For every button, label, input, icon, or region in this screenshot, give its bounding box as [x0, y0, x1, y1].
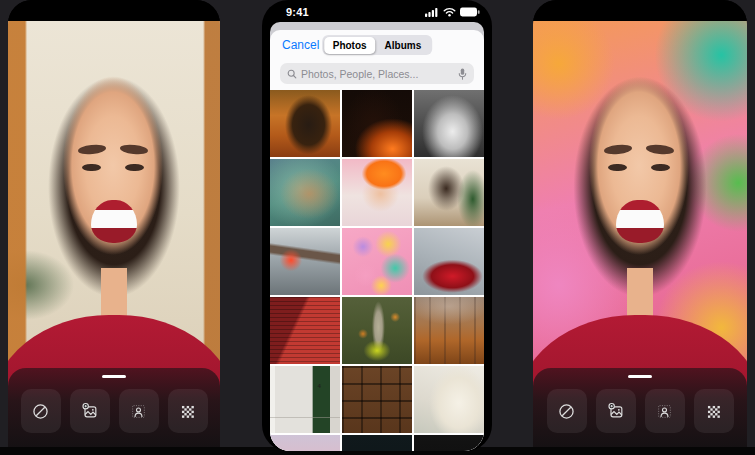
door-number-label: 4 — [318, 383, 321, 389]
white-window-green-door[interactable]: 4 — [270, 366, 340, 433]
red-corrugated-wall[interactable] — [270, 297, 340, 364]
cellular-signal-icon — [425, 7, 439, 17]
knit-blanket-chair[interactable] — [414, 366, 484, 433]
search-field[interactable]: Photos, People, Places... — [280, 63, 474, 84]
phone-right — [533, 0, 747, 447]
checkerboard-icon — [178, 402, 197, 421]
mockup-canvas: 9:41 — [0, 0, 755, 455]
dark-frame-partial[interactable] — [414, 435, 484, 451]
effects-toolbar — [8, 368, 220, 447]
letterpress-cabinet[interactable] — [342, 366, 412, 433]
status-time: 9:41 — [286, 6, 309, 18]
effects-toolbar-buttons — [533, 389, 747, 433]
photo-background-button[interactable] — [596, 389, 636, 433]
effects-toolbar — [533, 368, 747, 447]
microphone-icon[interactable] — [458, 68, 467, 80]
photo-add-icon — [80, 401, 100, 421]
photos-albums-segmented-control: Photos Albums — [322, 35, 432, 55]
firelight-silhouette[interactable] — [342, 90, 412, 157]
girl-orange-beanie[interactable] — [342, 159, 412, 226]
pattern-background-button[interactable] — [168, 389, 208, 433]
cancel-button[interactable]: Cancel — [282, 38, 319, 52]
portrait-smile — [91, 200, 138, 243]
portrait-neck — [627, 268, 653, 319]
photo-background-button[interactable] — [70, 389, 110, 433]
search-icon — [287, 69, 297, 79]
person-segmentation-icon — [129, 402, 148, 421]
pastel-balloons[interactable] — [342, 228, 412, 295]
status-icons — [425, 7, 480, 17]
search-placeholder: Photos, People, Places... — [301, 68, 458, 80]
battery-icon — [460, 7, 480, 17]
slash-circle-icon — [31, 402, 50, 421]
person-cutout-button[interactable] — [645, 389, 685, 433]
dachshund-autumn-leaves[interactable] — [270, 90, 340, 157]
status-bar-area — [8, 0, 220, 21]
person-segmentation-icon — [655, 402, 674, 421]
slash-circle-icon — [557, 402, 576, 421]
portrait-smile — [616, 200, 663, 243]
wifi-icon — [443, 7, 456, 17]
aerial-forest-road[interactable] — [342, 297, 412, 364]
phone-middle: 9:41 — [262, 0, 492, 451]
photo-picker-sheet: Cancel Photos Albums Photos, People, Pla… — [270, 30, 484, 451]
wedding-bride-bw[interactable] — [414, 90, 484, 157]
pink-sunset-partial[interactable] — [270, 435, 340, 451]
photo-grid: 4 — [270, 90, 484, 451]
sheet-drag-handle[interactable] — [628, 375, 652, 378]
no-background-button[interactable] — [21, 389, 61, 433]
portrait-eye — [125, 164, 144, 172]
status-bar-area — [533, 0, 747, 21]
red-motorcycle[interactable] — [414, 228, 484, 295]
autumn-leaves-path[interactable] — [414, 297, 484, 364]
street-traffic-lights[interactable] — [270, 228, 340, 295]
no-background-button[interactable] — [547, 389, 587, 433]
dark-cabinet-partial[interactable] — [342, 435, 412, 451]
blurred-globe[interactable] — [270, 159, 340, 226]
effects-toolbar-buttons — [8, 389, 220, 433]
christmas-living-room[interactable] — [414, 159, 484, 226]
tab-albums[interactable]: Albums — [376, 37, 431, 54]
portrait-neck — [101, 268, 126, 319]
sheet-drag-handle[interactable] — [102, 375, 126, 378]
person-cutout-button[interactable] — [119, 389, 159, 433]
checkerboard-icon — [704, 402, 723, 421]
photo-add-icon — [606, 401, 626, 421]
phone-left — [8, 0, 220, 447]
picker-header: Cancel Photos Albums — [270, 30, 484, 56]
tab-photos[interactable]: Photos — [324, 37, 376, 54]
pattern-background-button[interactable] — [694, 389, 734, 433]
